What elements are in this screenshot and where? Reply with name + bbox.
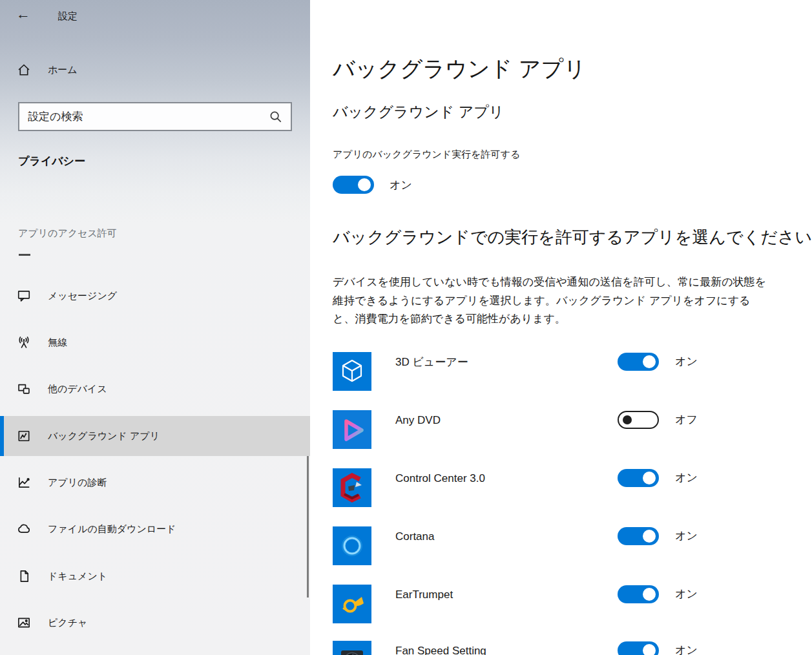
app-toggle-state: オン (675, 641, 698, 655)
toggle-knob (623, 415, 632, 424)
app-name: Control Center 3.0 (395, 470, 485, 487)
toggle-knob (358, 178, 371, 191)
messaging-icon (17, 289, 31, 303)
sidebar-item-5[interactable]: ファイルの自動ダウンロード (0, 514, 310, 545)
master-toggle-state: オン (390, 178, 412, 192)
app-row: EarTrumpet オン (333, 585, 812, 623)
app-toggle[interactable] (618, 641, 659, 655)
section-title: バックグラウンド アプリ (333, 102, 504, 122)
master-toggle-row: オン (333, 176, 412, 194)
app-toggle[interactable] (618, 469, 659, 487)
other-devices-icon (17, 382, 31, 396)
sidebar-item-4[interactable]: アプリの診断 (0, 467, 310, 498)
app-list: 3D ビューアー オン Any DVD オフ Control Center 3.… (333, 352, 812, 655)
master-toggle-label: アプリのバックグラウンド実行を許可する (333, 149, 520, 161)
fan-speed-app-icon (333, 641, 371, 655)
app-toggle-state: オン (675, 469, 698, 487)
app-row: Fan Speed Setting オン (333, 641, 812, 655)
app-row: Control Center 3.0 オン (333, 468, 812, 507)
app-name: Fan Speed Setting (395, 643, 486, 655)
pictures-icon (17, 616, 31, 630)
sidebar-item-0[interactable]: メッセージング (0, 280, 310, 311)
radio-icon (17, 335, 31, 349)
app-diagnostics-icon (17, 475, 31, 490)
sidebar-section-title: プライバシー (18, 154, 85, 169)
toggle-knob (643, 644, 656, 655)
toggle-knob (643, 530, 656, 543)
sidebar-group-dash (19, 254, 30, 256)
documents-icon (17, 569, 31, 583)
search-box (18, 102, 292, 131)
home-icon (17, 63, 31, 77)
list-heading: バックグラウンドでの実行を許可するアプリを選んでください (333, 226, 791, 249)
sidebar-scrollbar[interactable] (307, 456, 309, 598)
app-toggle[interactable] (618, 585, 659, 603)
sidebar-item-6[interactable]: ドキュメント (0, 561, 310, 592)
app-name: EarTrumpet (395, 587, 453, 603)
app-row: Cortana オン (333, 526, 812, 565)
sidebar-item-label: アプリの診断 (48, 477, 107, 489)
sidebar-item-label: 他のデバイス (48, 383, 107, 395)
search-icon[interactable] (269, 110, 283, 124)
settings-window: ← 設定 ホーム プライバシー アプリのアクセス許可 メッセージング (0, 0, 812, 655)
sidebar-group-label: アプリのアクセス許可 (18, 227, 117, 240)
master-toggle[interactable] (333, 176, 374, 194)
sidebar-item-1[interactable]: 無線 (0, 327, 310, 358)
app-name: Cortana (395, 528, 434, 545)
control-center-app-icon (333, 468, 371, 507)
sidebar-item-label: ファイルの自動ダウンロード (48, 523, 176, 535)
sidebar-item-label: 無線 (48, 337, 67, 349)
sidebar-item-label: ホーム (48, 64, 78, 76)
sidebar: ← 設定 ホーム プライバシー アプリのアクセス許可 メッセージング (0, 0, 310, 655)
sidebar-item-label: メッセージング (48, 290, 117, 302)
any-dvd-app-icon (333, 410, 371, 449)
app-name: Any DVD (395, 412, 441, 429)
sidebar-item-7[interactable]: ピクチャ (0, 607, 310, 638)
page-title: バックグラウンド アプリ (333, 54, 586, 84)
sidebar-item-label: バックグラウンド アプリ (48, 430, 160, 442)
cortana-app-icon (333, 526, 371, 565)
app-toggle[interactable] (618, 411, 659, 429)
sidebar-item-2[interactable]: 他のデバイス (0, 373, 310, 404)
search-input[interactable] (19, 110, 269, 123)
eartrumpet-app-icon (333, 585, 371, 623)
sidebar-item-home[interactable]: ホーム (0, 54, 310, 85)
sidebar-item-label: ピクチャ (48, 617, 87, 629)
app-row: 3D ビューアー オン (333, 352, 812, 391)
background-apps-icon (17, 429, 31, 443)
app-toggle[interactable] (618, 527, 659, 545)
app-toggle-state: オン (675, 527, 698, 545)
list-description: デバイスを使用していない時でも情報の受信や通知の送信を許可し、常に最新の状態を維… (333, 273, 768, 329)
app-toggle-state: オフ (675, 411, 698, 429)
sidebar-item-label: ドキュメント (48, 570, 107, 583)
toggle-knob (643, 472, 656, 484)
sidebar-item-3[interactable]: バックグラウンド アプリ (0, 416, 310, 456)
main-panel: バックグラウンド アプリ バックグラウンド アプリ アプリのバックグラウンド実行… (310, 0, 812, 655)
app-toggle-state: オン (675, 353, 698, 371)
auto-downloads-icon (17, 522, 31, 536)
window-title: 設定 (58, 10, 78, 23)
back-icon[interactable]: ← (16, 6, 30, 23)
app-row: Any DVD オフ (333, 410, 812, 449)
toggle-knob (643, 588, 656, 601)
app-toggle[interactable] (618, 353, 659, 371)
3d-viewer-app-icon (333, 352, 371, 391)
app-toggle-state: オン (675, 585, 698, 603)
toggle-knob (643, 355, 656, 368)
app-name: 3D ビューアー (395, 354, 468, 371)
